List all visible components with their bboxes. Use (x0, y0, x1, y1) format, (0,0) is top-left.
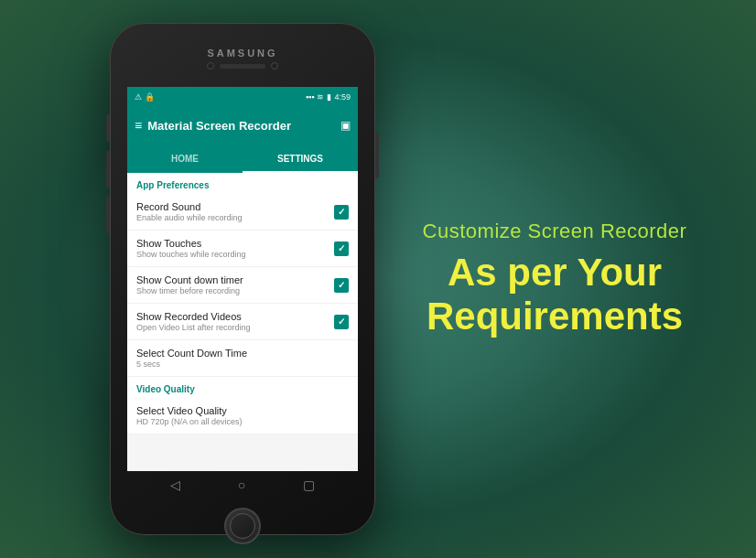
show-touches-item[interactable]: Show Touches Show touches while recordin… (127, 231, 358, 267)
promo-text-block: Customize Screen Recorder As per Your Re… (390, 220, 719, 339)
lock-icon: 🔒 (145, 92, 155, 102)
power-button (375, 133, 379, 178)
phone-screen: ⚠ 🔒 ▪▪▪ ≋ ▮ 4:59 ≡ Material Screen Recor… (127, 87, 358, 471)
back-nav-button[interactable]: ◁ (170, 478, 180, 492)
countdown-timer-title: Show Count down timer (136, 274, 334, 285)
video-quality-header: Video Quality (127, 377, 358, 398)
show-recorded-videos-item[interactable]: Show Recorded Videos Open Video List aft… (127, 304, 358, 340)
wifi-icon: ≋ (317, 92, 324, 102)
show-recorded-videos-title: Show Recorded Videos (136, 311, 334, 322)
select-video-quality-item[interactable]: Select Video Quality HD 720p (N/A on all… (127, 398, 358, 435)
select-video-quality-title: Select Video Quality (136, 405, 349, 416)
promo-line2: As per Your Requirements (390, 251, 719, 339)
bixby-button (106, 197, 110, 233)
volume-up-button (106, 114, 110, 142)
alert-icon: ⚠ (135, 92, 142, 102)
top-bezel: SAMSUNG (110, 23, 375, 87)
show-recorded-videos-checkbox[interactable] (334, 315, 349, 329)
front-camera (207, 62, 214, 70)
earpiece-speaker (220, 64, 265, 69)
select-countdown-time-item[interactable]: Select Count Down Time 5 secs (127, 340, 358, 377)
record-sound-text: Record Sound Enable audio while recordin… (136, 201, 334, 222)
show-recorded-videos-subtitle: Open Video List after recording (136, 323, 334, 332)
time-display: 4:59 (334, 92, 351, 102)
battery-icon: ▮ (327, 92, 331, 102)
recents-nav-button[interactable]: ▢ (303, 478, 315, 492)
record-sound-checkbox[interactable] (334, 205, 349, 220)
app-bar: ≡ Material Screen Recorder ▣ (127, 107, 358, 144)
select-countdown-time-value: 5 secs (136, 359, 349, 369)
countdown-timer-item[interactable]: Show Count down timer Show timer before … (127, 267, 358, 304)
tab-home[interactable]: HOME (127, 144, 243, 173)
countdown-timer-subtitle: Show timer before recording (136, 286, 334, 295)
promo-line1: Customize Screen Recorder (390, 220, 719, 243)
bottom-bezel: ◁ ○ ▢ (142, 471, 343, 552)
status-right-info: ▪▪▪ ≋ ▮ 4:59 (306, 92, 351, 102)
show-recorded-videos-text: Show Recorded Videos Open Video List aft… (136, 311, 334, 332)
signal-icon: ▪▪▪ (306, 92, 315, 102)
show-touches-checkbox[interactable] (334, 241, 349, 256)
physical-home-button[interactable] (224, 508, 261, 544)
settings-content: App Preferences Record Sound Enable audi… (127, 173, 358, 435)
hamburger-menu-icon[interactable]: ≡ (135, 118, 142, 133)
phone-brand-label: SAMSUNG (207, 48, 277, 59)
tab-settings[interactable]: SETTINGS (243, 144, 358, 173)
select-video-quality-value: HD 720p (N/A on all devices) (136, 417, 349, 426)
status-left-icons: ⚠ 🔒 (135, 92, 155, 102)
show-touches-subtitle: Show touches while recording (136, 250, 334, 259)
record-sound-subtitle: Enable audio while recording (136, 213, 334, 222)
home-button-inner (230, 513, 255, 539)
show-touches-title: Show Touches (136, 238, 334, 249)
home-nav-button[interactable]: ○ (238, 478, 245, 492)
camera-row (207, 62, 278, 70)
tab-bar: HOME SETTINGS (127, 144, 358, 173)
volume-down-button (106, 151, 110, 188)
phone-shell: SAMSUNG ⚠ 🔒 ▪▪▪ ≋ ▮ 4:59 (110, 23, 375, 535)
countdown-timer-text: Show Count down timer Show timer before … (136, 274, 334, 295)
show-touches-text: Show Touches Show touches while recordin… (136, 238, 334, 259)
phone-device: SAMSUNG ⚠ 🔒 ▪▪▪ ≋ ▮ 4:59 (110, 23, 375, 535)
sensor (271, 62, 278, 70)
record-sound-item[interactable]: Record Sound Enable audio while recordin… (127, 194, 358, 231)
record-sound-title: Record Sound (136, 201, 334, 212)
countdown-timer-checkbox[interactable] (334, 278, 349, 293)
select-countdown-time-title: Select Count Down Time (136, 348, 349, 359)
status-bar: ⚠ 🔒 ▪▪▪ ≋ ▮ 4:59 (127, 87, 358, 107)
app-title: Material Screen Recorder (147, 119, 340, 133)
app-bar-action-icon[interactable]: ▣ (340, 119, 351, 132)
app-preferences-header: App Preferences (127, 173, 358, 194)
navigation-bar: ◁ ○ ▢ (142, 471, 343, 499)
